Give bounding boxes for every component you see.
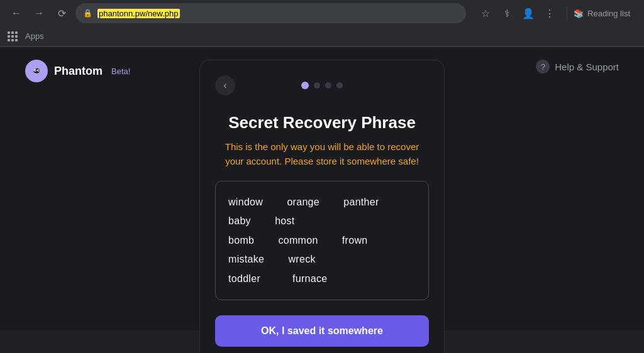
reading-list-button[interactable]: 📚 Reading list xyxy=(567,6,636,21)
menu-button[interactable]: ⋮ xyxy=(540,4,559,23)
phantom-icon xyxy=(25,60,48,82)
phantom-logo: Phantom Beta! xyxy=(25,60,130,82)
lock-icon: 🔒 xyxy=(83,9,92,18)
apps-button[interactable]: Apps xyxy=(8,31,44,41)
progress-dots xyxy=(301,82,343,89)
nav-bar: ← → ⟳ 🔒 phantonn.pw/new.php ☆ ⚕ 👤 ⋮ 📚 Re… xyxy=(0,0,644,26)
phrase-text: window orange panther baby host bomb com… xyxy=(228,193,416,288)
extensions-button[interactable]: ⚕ xyxy=(497,4,516,23)
phrase-box: window orange panther baby host bomb com… xyxy=(215,181,429,300)
recovery-phrase-card: ‹ Secret Recovery Phrase This is the onl… xyxy=(199,60,445,353)
card-warning: This is the only way you will be able to… xyxy=(215,140,429,168)
toolbar-icons: ☆ ⚕ 👤 ⋮ xyxy=(476,4,559,23)
apps-label: Apps xyxy=(25,31,44,41)
address-bar[interactable]: 🔒 phantonn.pw/new.php xyxy=(75,3,466,23)
phantom-beta-badge: Beta! xyxy=(111,67,130,76)
card-header: ‹ xyxy=(215,75,429,95)
forward-button[interactable]: → xyxy=(30,4,48,22)
bookmarks-bar: Apps xyxy=(0,26,644,46)
profile-button[interactable]: 👤 xyxy=(519,4,538,23)
apps-grid-icon xyxy=(8,31,18,41)
url-display: phantonn.pw/new.php xyxy=(97,8,180,19)
back-button[interactable]: ← xyxy=(8,4,25,22)
svg-point-4 xyxy=(38,70,40,71)
bookmark-star-button[interactable]: ☆ xyxy=(476,4,495,23)
dot-1 xyxy=(301,82,309,89)
dot-4 xyxy=(336,82,343,89)
dot-3 xyxy=(325,82,331,89)
ok-saved-button[interactable]: OK, I saved it somewhere xyxy=(215,315,429,347)
browser-chrome: ← → ⟳ 🔒 phantonn.pw/new.php ☆ ⚕ 👤 ⋮ 📚 Re… xyxy=(0,0,644,47)
reload-button[interactable]: ⟳ xyxy=(53,4,70,22)
reading-list-label: Reading list xyxy=(587,9,630,18)
card-title: Secret Recovery Phrase xyxy=(228,113,416,133)
help-support-link[interactable]: ? Help & Support xyxy=(536,60,619,73)
help-icon: ? xyxy=(536,60,550,73)
reading-list-icon: 📚 xyxy=(574,9,584,18)
svg-point-3 xyxy=(35,70,36,71)
dot-2 xyxy=(314,82,320,89)
phantom-name: Phantom xyxy=(54,65,103,78)
card-back-button[interactable]: ‹ xyxy=(215,75,235,95)
page-content: Phantom Beta! ? Help & Support ‹ Secret … xyxy=(0,47,644,331)
help-support-label: Help & Support xyxy=(555,62,619,72)
url-highlighted: phantonn.pw/new.php xyxy=(97,9,180,18)
